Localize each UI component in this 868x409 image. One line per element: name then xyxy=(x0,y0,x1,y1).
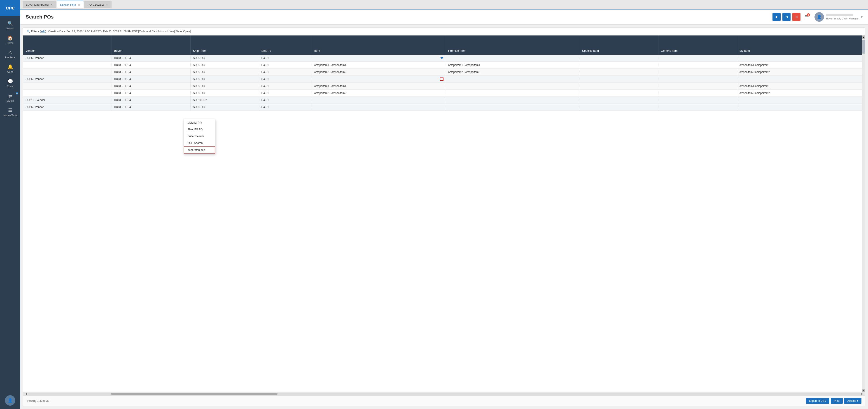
sidebar-item-problems[interactable]: ⚠ Problems xyxy=(0,47,20,61)
vertical-scrollbar[interactable]: ▲ ▼ xyxy=(862,35,865,392)
cell-specific-item xyxy=(580,83,658,90)
scroll-thumb-h[interactable] xyxy=(111,393,278,395)
cell-buyer: HUB4 - HUB4 xyxy=(112,90,191,97)
table-row: HUB4 - HUB4 SUP6 DC H4-F1 omspoitem2 - o… xyxy=(23,90,865,97)
cell-promise-item: omspoitem2 - omspoitem2 xyxy=(446,69,580,76)
favorite-button[interactable]: ★ xyxy=(773,13,781,21)
refresh-button[interactable]: ↻ xyxy=(782,13,790,21)
cell-ship-from: SUP6 DC xyxy=(191,76,259,83)
cell-promise-item xyxy=(446,55,580,62)
close-button[interactable]: ✕ xyxy=(793,13,801,21)
sidebar-logo[interactable]: one xyxy=(0,0,20,16)
cell-buyer: HUB4 - HUB4 xyxy=(112,76,191,83)
context-menu-item-material-piv[interactable]: Material PIV xyxy=(184,119,215,126)
sidebar-item-alerts[interactable]: 🔔 Alerts xyxy=(0,61,20,76)
sidebar-item-label: Alerts xyxy=(7,70,13,73)
context-menu-item-boh-search[interactable]: BOH Search xyxy=(184,140,215,146)
cell-vendor: SUP6 - Vendor xyxy=(23,76,112,83)
user-area: 👤 Buyer Supply Chain Manager ▾ xyxy=(814,12,863,22)
chat-icon: 💬 xyxy=(7,79,13,84)
scroll-track[interactable] xyxy=(28,393,861,395)
notification-badge: 1 xyxy=(807,13,810,17)
cell-promise-item xyxy=(446,97,580,104)
footer-bar: Viewing 1-33 of 33 Export to CSV Print A… xyxy=(23,396,865,406)
tab-buyer-dashboard[interactable]: Buyer Dashboard ✕ xyxy=(23,1,56,8)
actions-button[interactable]: Actions ▾ xyxy=(844,398,862,404)
cell-ship-from: SUP6 DC xyxy=(191,69,259,76)
scroll-right-button[interactable]: ▶ xyxy=(861,392,864,395)
page-title: Search POs xyxy=(26,14,773,20)
cell-ship-from: SUP6 DC xyxy=(191,55,259,62)
horizontal-scroll-bar[interactable]: ◀ ▶ xyxy=(23,392,865,396)
user-avatar[interactable]: 👤 xyxy=(814,12,824,22)
sidebar-item-home[interactable]: 🏠 Home xyxy=(0,33,20,47)
cell-my-item xyxy=(737,97,865,104)
col-my-item: My Item xyxy=(737,35,865,55)
tab-search-pos[interactable]: Search POs ✕ xyxy=(57,1,84,8)
scroll-left-button[interactable]: ◀ xyxy=(24,392,28,395)
cell-my-item xyxy=(737,104,865,111)
cell-item xyxy=(312,76,446,83)
cell-ship-to: H4-F1 xyxy=(259,55,312,62)
cell-ship-to: H4-F1 xyxy=(259,90,312,97)
cell-generic-item xyxy=(658,104,737,111)
scroll-down-button[interactable]: ▼ xyxy=(862,389,865,392)
user-avatar-sidebar[interactable]: 👤 xyxy=(5,395,16,406)
bell-icon: 🔔 xyxy=(7,64,13,69)
cell-item: omspoitem2 - omspoitem2 xyxy=(312,69,446,76)
content-panel: 🔍 Filters (edit): [Creation Date: Feb 23… xyxy=(23,27,865,406)
scroll-thumb[interactable] xyxy=(862,40,865,54)
tab-label: Buyer Dashboard xyxy=(26,3,49,6)
table-row: HUB4 - HUB4 SUP6 DC H4-F1 omspoitem1 - o… xyxy=(23,62,865,69)
cell-vendor xyxy=(23,69,112,76)
cell-my-item xyxy=(737,76,865,83)
user-info: Buyer Supply Chain Manager xyxy=(826,14,859,20)
actions-label: Actions xyxy=(847,399,856,403)
cell-ship-to: H4-F1 xyxy=(259,97,312,104)
tab-label: Search POs xyxy=(60,3,76,6)
user-dropdown-chevron[interactable]: ▾ xyxy=(861,15,863,19)
filters-edit-link[interactable]: edit xyxy=(41,30,45,33)
table-row: SUP10 - Vendor HUB4 - HUB4 SUP10DC2 H4-F… xyxy=(23,97,865,104)
user-name-blurred xyxy=(826,14,853,16)
sidebar-item-switch[interactable]: ⇄ ■ Switch xyxy=(0,90,20,105)
sidebar-item-search[interactable]: 🔍 Search xyxy=(0,18,20,33)
sidebar-item-label: Menus/Favs xyxy=(3,114,17,117)
context-menu-item-item-attributes[interactable]: Item Attributes xyxy=(184,146,215,154)
main-content: Buyer Dashboard ✕ Search POs ✕ PO-C1026 … xyxy=(20,0,868,409)
actions-chevron: ▾ xyxy=(857,399,858,403)
filter-values: [Creation Date: Feb 23, 2020 12:00 AM ES… xyxy=(48,30,191,33)
cell-specific-item xyxy=(580,62,658,69)
cell-promise-item: omspoitem1 - omspoitem1 xyxy=(446,62,580,69)
cell-buyer: HUB4 - HUB4 xyxy=(112,69,191,76)
cell-ship-from: SUP10DC2 xyxy=(191,97,259,104)
sidebar-item-menus[interactable]: ☰ Menus/Favs xyxy=(0,105,20,119)
print-button[interactable]: Print xyxy=(831,398,843,404)
cell-my-item xyxy=(737,55,865,62)
tab-close-buyer-dashboard[interactable]: ✕ xyxy=(50,3,53,6)
sidebar-item-label: Search xyxy=(6,27,14,30)
tab-close-search-pos[interactable]: ✕ xyxy=(78,3,81,6)
tab-po-c1026[interactable]: PO-C1026 2 ✕ xyxy=(84,1,111,8)
sidebar-item-chats[interactable]: 💬 Chats xyxy=(0,76,20,90)
context-menu-item-plant-fg-piv[interactable]: Plant FG PIV xyxy=(184,126,215,133)
cell-item: omspoitem1 - omspoitem1 xyxy=(312,83,446,90)
context-menu-item-buffer-search[interactable]: Buffer Search xyxy=(184,133,215,140)
sidebar: one 🔍 Search 🏠 Home ⚠ Problems 🔔 Alerts … xyxy=(0,0,20,409)
scroll-up-button[interactable]: ▲ xyxy=(862,35,865,39)
cell-specific-item xyxy=(580,104,658,111)
col-ship-from: Ship From xyxy=(191,35,259,55)
col-item: Item xyxy=(312,35,446,55)
home-icon: 🏠 xyxy=(7,35,13,41)
sidebar-item-label: Problems xyxy=(5,56,16,59)
switch-badge: ■ xyxy=(16,92,18,94)
cell-vendor xyxy=(23,83,112,90)
tab-close-po-c1026[interactable]: ✕ xyxy=(106,3,108,6)
menu-button[interactable]: ☰ 1 xyxy=(802,13,810,21)
header-bar: Search POs ★ ↻ ✕ ☰ 1 👤 Buyer Supply Chai… xyxy=(20,9,868,25)
cell-item xyxy=(312,97,446,104)
context-trigger[interactable] xyxy=(440,78,443,81)
cell-my-item: omspoitem1-omspoitem1 xyxy=(737,62,865,69)
export-csv-button[interactable]: Export to CSV xyxy=(806,398,829,404)
table-wrapper[interactable]: Vendor Buyer Ship From Ship To Item Prom… xyxy=(23,35,865,392)
